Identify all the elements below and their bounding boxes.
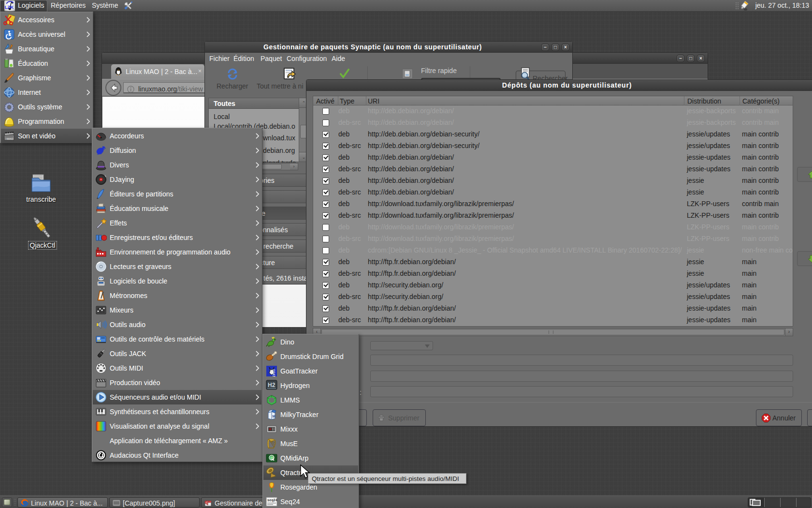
svg-text:GOAT: GOAT <box>272 369 276 377</box>
svg-text:M: M <box>273 415 276 418</box>
svg-text:H2: H2 <box>268 382 276 388</box>
svg-text:Q: Q <box>271 456 274 460</box>
svg-text:MAO: MAO <box>7 137 14 140</box>
svg-text:seq24: seq24 <box>267 498 277 502</box>
svg-text:LZK: LZK <box>4 4 14 10</box>
